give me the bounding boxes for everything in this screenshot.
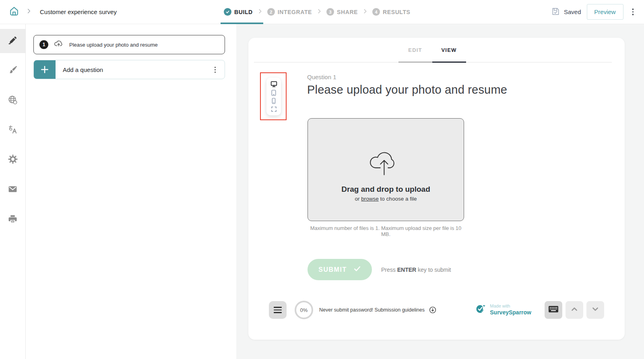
previous-question-button[interactable]	[566, 301, 583, 319]
pencil-icon	[8, 35, 18, 47]
enter-hint: Press ENTER key to submit	[381, 267, 451, 273]
question-options-kebab-icon[interactable]	[213, 65, 217, 74]
save-status: Saved	[551, 7, 581, 17]
surveysparrow-branding[interactable]: Made with SurveySparrow	[475, 304, 531, 316]
surveysparrow-logo-icon	[475, 304, 486, 316]
question-card-label: Please upload your photo and resume	[69, 42, 158, 48]
submit-button[interactable]: SUBMIT	[308, 259, 372, 280]
dropzone-title: Drag and drop to upload	[341, 185, 430, 194]
save-icon	[551, 7, 560, 17]
tab-view[interactable]: VIEW	[432, 46, 466, 63]
breadcrumb: Customer experience survey	[7, 5, 117, 19]
translate-icon	[8, 125, 18, 136]
add-question-label: Add a question	[63, 66, 213, 73]
dropzone-subtitle: or browse to choose a file	[355, 196, 417, 202]
cloud-upload-icon	[367, 145, 405, 179]
home-button[interactable]	[7, 5, 21, 19]
hamburger-menu-button[interactable]	[269, 301, 287, 319]
question-title: Please upload your photo and resume	[307, 83, 507, 96]
file-dropzone[interactable]: Drag and drop to upload or browse to cho…	[308, 118, 464, 221]
progress-indicator: 0%	[295, 301, 313, 319]
sidebar-item-translate[interactable]	[0, 118, 25, 142]
question-number-badge: 1	[39, 40, 48, 49]
browse-link[interactable]: browse	[361, 196, 379, 202]
step-label: RESULTS	[383, 9, 411, 15]
step-number-badge: 4	[372, 8, 380, 16]
paintbrush-icon	[8, 65, 18, 76]
save-status-label: Saved	[564, 8, 581, 15]
question-list-panel: 1 Please upload your photo and resume Ad…	[26, 24, 236, 359]
tab-edit[interactable]: EDIT	[398, 46, 432, 63]
preview-button[interactable]: Preview	[587, 4, 623, 20]
question-number-label: Question 1	[307, 74, 336, 80]
check-icon	[353, 265, 361, 274]
edit-view-tabs: EDIT VIEW	[244, 46, 620, 63]
submission-guidelines-note: Never submit password! Submission guidel…	[319, 307, 425, 313]
fullscreen-icon[interactable]	[271, 106, 277, 112]
step-build[interactable]: BUILD	[224, 8, 253, 16]
submit-button-label: SUBMIT	[318, 266, 347, 273]
step-results[interactable]: 4 RESULTS	[372, 8, 411, 16]
brand-name: SurveySparrow	[490, 309, 531, 316]
step-integrate[interactable]: 2 INTEGRATE	[267, 8, 312, 16]
globe-icon	[8, 95, 18, 107]
step-label: INTEGRATE	[278, 9, 312, 15]
preview-region: EDIT VIEW	[236, 24, 644, 359]
keyboard-icon	[548, 306, 559, 314]
sidebar-item-global[interactable]	[0, 88, 25, 113]
printer-icon	[8, 214, 18, 226]
mobile-icon[interactable]	[270, 98, 277, 104]
chevron-down-icon	[591, 305, 599, 315]
chevron-right-icon	[316, 8, 322, 16]
keyboard-shortcuts-button[interactable]	[545, 301, 562, 319]
check-icon	[224, 8, 231, 16]
download-guidelines-icon[interactable]	[429, 306, 436, 314]
kebab-menu-icon[interactable]	[629, 6, 637, 18]
survey-preview-card: EDIT VIEW	[248, 38, 625, 340]
sidebar-item-print[interactable]	[0, 207, 25, 232]
plus-icon[interactable]	[34, 60, 56, 79]
step-share[interactable]: 3 SHARE	[326, 8, 358, 16]
sidebar-item-email[interactable]	[0, 178, 25, 202]
home-icon	[8, 5, 20, 19]
top-header: Customer experience survey BUILD 2 INTEG…	[0, 0, 644, 24]
add-question-button[interactable]: Add a question	[33, 60, 225, 79]
mail-icon	[8, 184, 18, 196]
question-card-1[interactable]: 1 Please upload your photo and resume	[33, 35, 225, 54]
step-number-badge: 2	[267, 8, 275, 16]
gear-icon	[8, 154, 18, 166]
tablet-icon[interactable]	[270, 90, 277, 96]
sidebar-item-design[interactable]	[0, 59, 25, 83]
survey-title: Customer experience survey	[40, 8, 117, 15]
max-files-note: Maximum number of files is 1. Maximum up…	[308, 225, 464, 237]
desktop-icon[interactable]	[270, 81, 277, 88]
chevron-up-icon	[570, 305, 578, 315]
device-preview-switcher	[266, 78, 281, 115]
wizard-steps: BUILD 2 INTEGRATE 3 SHARE 4 RESULTS	[224, 0, 411, 24]
sidebar-item-settings[interactable]	[0, 148, 25, 172]
chevron-right-icon	[26, 8, 32, 16]
sidebar-item-build[interactable]	[0, 29, 25, 53]
chevron-right-icon	[257, 8, 263, 16]
next-question-button[interactable]	[586, 301, 604, 319]
left-icon-rail	[0, 24, 26, 359]
preview-footer: 0% Never submit password! Submission gui…	[248, 301, 625, 319]
chevron-right-icon	[362, 8, 368, 16]
step-number-badge: 3	[326, 8, 334, 16]
step-label: SHARE	[337, 9, 358, 15]
cloud-upload-icon	[53, 39, 64, 50]
made-with-label: Made with	[490, 304, 531, 309]
step-label: BUILD	[234, 9, 253, 15]
